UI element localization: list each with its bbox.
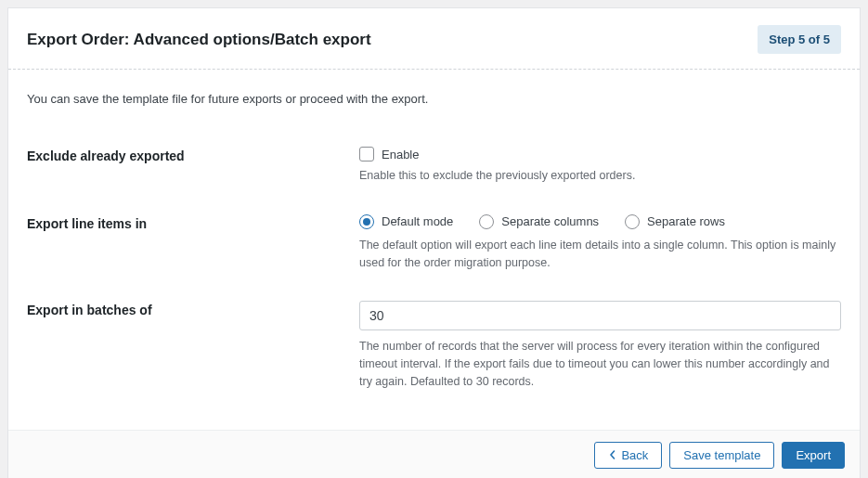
panel-body: You can save the template file for futur… bbox=[8, 70, 860, 430]
radio-default-mode[interactable]: Default mode bbox=[359, 214, 453, 229]
exclude-label: Exclude already exported bbox=[27, 147, 359, 163]
batch-input[interactable] bbox=[359, 301, 841, 330]
exclude-checkbox[interactable] bbox=[359, 147, 374, 161]
export-button[interactable]: Export bbox=[782, 442, 845, 469]
exclude-check-line: Enable bbox=[359, 147, 841, 161]
panel-header: Export Order: Advanced options/Batch exp… bbox=[8, 8, 860, 70]
intro-text: You can save the template file for futur… bbox=[27, 92, 841, 106]
exclude-help: Enable this to exclude the previously ex… bbox=[359, 167, 841, 185]
radio-separate-rows[interactable]: Separate rows bbox=[625, 214, 725, 229]
radio-label: Separate rows bbox=[647, 214, 725, 228]
line-items-help: The default option will export each line… bbox=[359, 237, 841, 272]
page-title: Export Order: Advanced options/Batch exp… bbox=[27, 31, 371, 49]
batch-content: The number of records that the server wi… bbox=[359, 301, 841, 390]
radio-icon bbox=[625, 214, 640, 229]
back-button[interactable]: Back bbox=[594, 442, 662, 469]
batch-label: Export in batches of bbox=[27, 301, 359, 317]
radio-icon bbox=[359, 214, 374, 229]
line-items-content: Default mode Separate columns Separate r… bbox=[359, 214, 841, 272]
exclude-checkbox-label: Enable bbox=[382, 148, 419, 161]
radio-dot-icon bbox=[363, 218, 370, 226]
step-badge: Step 5 of 5 bbox=[758, 25, 841, 54]
chevron-left-icon bbox=[608, 450, 617, 459]
batch-help: The number of records that the server wi… bbox=[359, 338, 841, 390]
save-template-button[interactable]: Save template bbox=[669, 442, 774, 469]
exclude-row: Exclude already exported Enable Enable t… bbox=[27, 147, 841, 185]
exclude-content: Enable Enable this to exclude the previo… bbox=[359, 147, 841, 185]
radio-separate-columns[interactable]: Separate columns bbox=[479, 214, 599, 229]
line-items-radios: Default mode Separate columns Separate r… bbox=[359, 214, 841, 229]
line-items-row: Export line items in Default mode Separa… bbox=[27, 214, 841, 272]
back-button-label: Back bbox=[621, 448, 648, 462]
batch-row: Export in batches of The number of recor… bbox=[27, 301, 841, 390]
line-items-label: Export line items in bbox=[27, 214, 359, 231]
export-panel: Export Order: Advanced options/Batch exp… bbox=[7, 7, 861, 478]
radio-label: Separate columns bbox=[501, 214, 599, 228]
radio-label: Default mode bbox=[382, 214, 453, 228]
panel-footer: Back Save template Export bbox=[8, 430, 860, 479]
radio-icon bbox=[479, 214, 494, 229]
